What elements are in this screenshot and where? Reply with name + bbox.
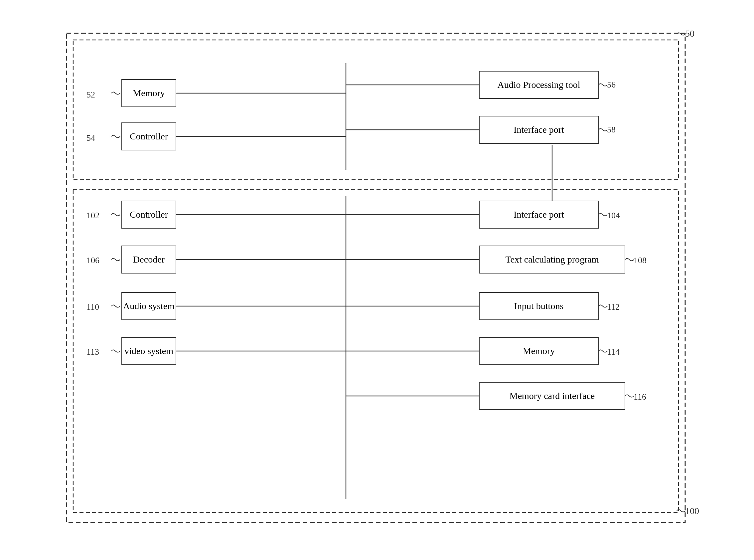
controller-bot-box: Controller: [121, 201, 176, 228]
ref-58: 58: [607, 125, 616, 135]
text-calc-label: Text calculating program: [505, 254, 599, 265]
svg-rect-1: [73, 40, 678, 180]
ref-113: 113: [86, 347, 99, 357]
ref-100: 100: [685, 506, 699, 516]
interface-port-bot-box: Interface port: [479, 201, 599, 228]
decoder-box: Decoder: [121, 245, 176, 274]
memory-card-box: Memory card interface: [479, 382, 625, 410]
interface-port-top-box: Interface port: [479, 116, 599, 144]
audio-processing-label: Audio Processing tool: [497, 80, 580, 90]
memory-bot-label: Memory: [523, 346, 555, 356]
memory-card-label: Memory card interface: [510, 391, 595, 401]
ref-112: 112: [607, 302, 619, 312]
controller-top-box: Controller: [121, 122, 176, 151]
interface-port-bot-label: Interface port: [513, 209, 564, 220]
diagram-container: Memory Controller Audio Processing tool …: [46, 27, 698, 533]
ref-52: 52: [86, 90, 95, 100]
ref-110: 110: [86, 302, 99, 312]
ref-102: 102: [86, 211, 99, 221]
memory-bot-box: Memory: [479, 337, 599, 365]
memory-top-label: Memory: [133, 88, 165, 99]
ref-54: 54: [86, 133, 95, 143]
ref-108: 108: [634, 256, 647, 265]
controller-bot-label: Controller: [130, 209, 168, 220]
input-buttons-label: Input buttons: [514, 301, 564, 312]
video-system-label: video system: [124, 346, 173, 356]
controller-top-label: Controller: [130, 131, 168, 142]
ref-104: 104: [607, 211, 620, 221]
text-calc-box: Text calculating program: [479, 245, 625, 274]
interface-port-top-label: Interface port: [513, 124, 564, 135]
ref-116: 116: [634, 392, 646, 402]
input-buttons-box: Input buttons: [479, 292, 599, 320]
ref-56: 56: [607, 80, 616, 90]
audio-system-label: Audio system: [123, 301, 175, 312]
ref-106: 106: [86, 256, 99, 265]
decoder-label: Decoder: [133, 254, 165, 265]
audio-system-box: Audio system: [121, 292, 176, 320]
ref-114: 114: [607, 347, 619, 357]
memory-top-box: Memory: [121, 79, 176, 107]
ref-50: 50: [685, 28, 694, 39]
audio-processing-box: Audio Processing tool: [479, 71, 599, 99]
video-system-box: video system: [121, 337, 176, 365]
